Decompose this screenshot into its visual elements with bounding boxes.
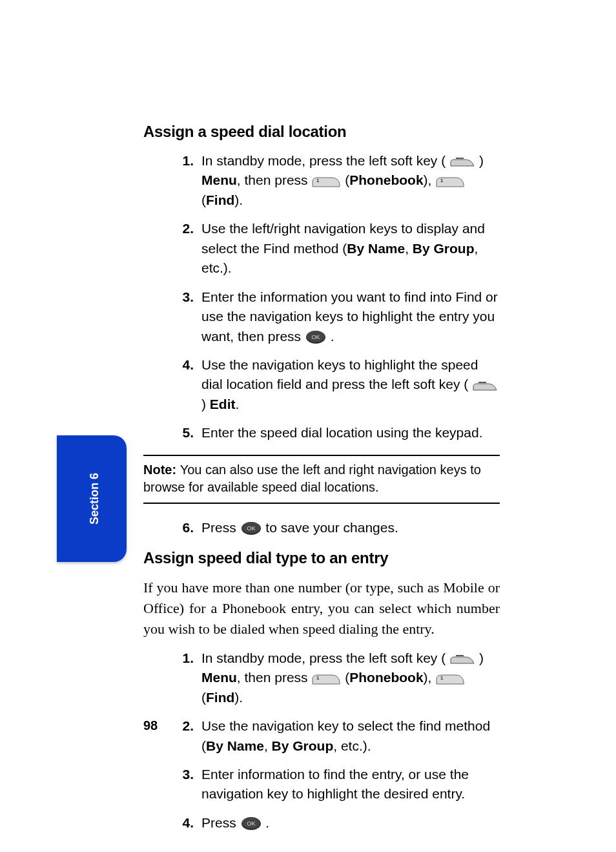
step-number: 4. — [143, 355, 201, 414]
step-text: Press OK to save your changes. — [201, 518, 500, 537]
steps-list-1b: 6. Press OK to save your changes. — [143, 518, 500, 537]
step-number: 3. — [143, 765, 201, 804]
list-item: 1. In standby mode, press the left soft … — [143, 151, 500, 210]
key-1-icon: 1 — [311, 672, 341, 685]
list-item: 2. Use the left/right navigation keys to… — [143, 219, 500, 278]
step-text: Enter the information you want to find i… — [201, 287, 500, 346]
svg-text:1: 1 — [316, 178, 320, 183]
svg-text:1: 1 — [440, 178, 444, 183]
list-item: 4. Use the navigation keys to highlight … — [143, 355, 500, 414]
step-number: 3. — [143, 287, 201, 346]
svg-text:1: 1 — [440, 675, 444, 681]
step-text: Enter the speed dial location using the … — [201, 423, 500, 442]
list-item: 5. Enter the speed dial location using t… — [143, 423, 500, 442]
list-item: 6. Press OK to save your changes. — [143, 518, 500, 537]
list-item: 3. Enter information to find the entry, … — [143, 765, 500, 804]
page-number: 98 — [143, 718, 158, 733]
softkey-icon — [449, 653, 475, 665]
step-number: 1. — [143, 649, 201, 707]
step-number: 5. — [143, 423, 201, 442]
heading-assign-location: Assign a speed dial location — [143, 123, 500, 141]
note-text: You can also use the left and right navi… — [143, 462, 481, 494]
ok-button-icon: OK — [305, 329, 327, 345]
svg-text:OK: OK — [247, 525, 255, 532]
heading-assign-type: Assign speed dial type to an entry — [143, 549, 500, 567]
step-text: Use the left/right navigation keys to di… — [201, 219, 500, 278]
step-number: 2. — [143, 219, 201, 278]
list-item: 2. Use the navigation key to select the … — [143, 716, 500, 756]
list-item: 3. Enter the information you want to fin… — [143, 287, 500, 346]
step-number: 1. — [143, 151, 201, 210]
ok-button-icon: OK — [240, 816, 262, 831]
list-item: 1. In standby mode, press the left soft … — [143, 649, 500, 707]
softkey-icon — [472, 380, 498, 391]
ok-button-icon: OK — [240, 521, 262, 536]
section-side-tab-label: Section 6 — [87, 473, 101, 525]
list-item: 4. Press OK . — [143, 813, 500, 833]
steps-list-1: 1. In standby mode, press the left soft … — [143, 151, 500, 443]
svg-text:OK: OK — [247, 820, 255, 827]
svg-text:OK: OK — [311, 334, 320, 340]
step-text: In standby mode, press the left soft key… — [201, 151, 500, 210]
key-1-icon: 1 — [435, 175, 465, 188]
step-text: Use the navigation key to select the fin… — [201, 716, 500, 756]
softkey-icon — [449, 156, 475, 167]
step-text: Use the navigation keys to highlight the… — [201, 355, 500, 414]
step-number: 4. — [143, 813, 201, 833]
key-1-icon: 1 — [435, 672, 465, 685]
page-content: Assign a speed dial location 1. In stand… — [143, 123, 500, 844]
steps-list-2: 1. In standby mode, press the left soft … — [143, 649, 500, 833]
document-page: Section 6 Assign a speed dial location 1… — [0, 0, 616, 852]
svg-text:1: 1 — [316, 675, 320, 681]
step-text: Press OK . — [201, 813, 500, 833]
step-text: In standby mode, press the left soft key… — [201, 649, 500, 707]
intro-paragraph: If you have more than one number (or typ… — [143, 577, 500, 639]
section-side-tab: Section 6 — [57, 435, 127, 562]
key-1-icon: 1 — [311, 175, 341, 188]
step-text: Enter information to find the entry, or … — [201, 765, 500, 804]
note-label: Note: — [143, 462, 180, 477]
step-number: 6. — [143, 518, 201, 537]
note-block: Note: You can also use the left and righ… — [143, 455, 500, 504]
